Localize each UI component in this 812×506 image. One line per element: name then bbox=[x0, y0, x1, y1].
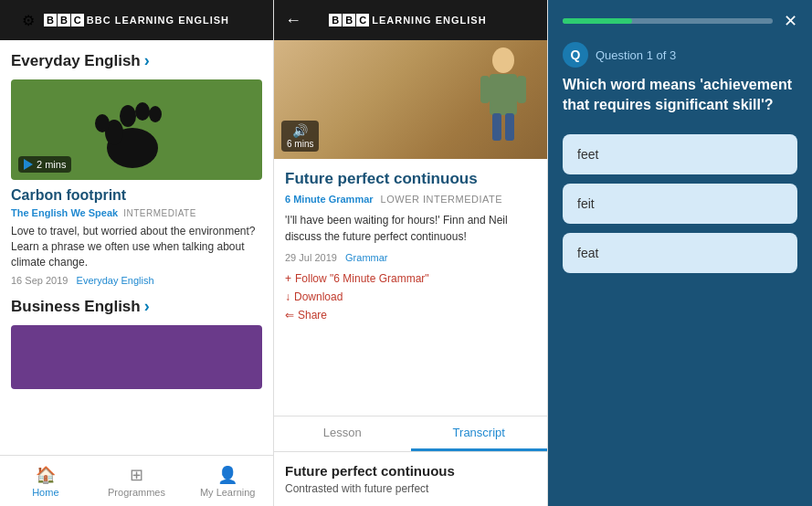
hero-person-svg bbox=[467, 42, 540, 152]
panel1-content: Everyday English › 2 mins Carbon footpri… bbox=[0, 40, 273, 455]
card1-meta: The English We Speak INTERMEDIATE bbox=[11, 207, 262, 218]
bbc-b1: B bbox=[44, 14, 57, 26]
article-hero-image: 🔊 6 mins bbox=[274, 40, 547, 159]
quiz-meta: Q Question 1 of 3 bbox=[548, 42, 812, 75]
download-button[interactable]: ↓ Download bbox=[285, 290, 536, 303]
svg-point-3 bbox=[120, 105, 136, 127]
progress-bar-fill bbox=[563, 18, 632, 24]
business-english-image bbox=[11, 325, 262, 389]
article-date: 29 Jul 2019 Grammar bbox=[285, 252, 536, 263]
transcript-title: Future perfect continuous bbox=[285, 463, 536, 479]
panel2-header: ← B B C LEARNING ENGLISH bbox=[274, 0, 547, 40]
nav-programmes[interactable]: ⊞ Programmes bbox=[91, 461, 183, 501]
share-icon: ⇐ bbox=[285, 309, 294, 322]
panel-article: ← B B C LEARNING ENGLISH 🔊 6 mins F bbox=[274, 0, 548, 506]
bbc-c: C bbox=[71, 14, 84, 26]
card1-level: INTERMEDIATE bbox=[123, 208, 196, 218]
audio-badge[interactable]: 🔊 6 mins bbox=[281, 121, 319, 152]
quiz-option-2[interactable]: feit bbox=[563, 184, 797, 224]
panel1-header: ⚙ B B C BBC LEARNING ENGLISH bbox=[0, 0, 273, 40]
nav-home-label: Home bbox=[32, 487, 58, 498]
section1-label: Everyday English bbox=[11, 52, 141, 70]
card1-description: Love to travel, but worried about the en… bbox=[11, 224, 262, 269]
svg-rect-7 bbox=[490, 74, 517, 115]
panel1-nav: 🏠 Home ⊞ Programmes 👤 My Learning bbox=[0, 455, 273, 506]
play-icon bbox=[24, 159, 33, 170]
quiz-option-3[interactable]: feat bbox=[563, 233, 797, 273]
programmes-icon: ⊞ bbox=[130, 465, 143, 485]
transcript-subtitle: Contrasted with future perfect bbox=[285, 482, 536, 495]
panel2-bbc-logo: B B C LEARNING ENGLISH bbox=[329, 14, 486, 26]
card1-date-link[interactable]: Everyday English bbox=[77, 275, 154, 286]
nav-programmes-label: Programmes bbox=[108, 487, 165, 498]
article-title: Future perfect continuous bbox=[285, 170, 536, 188]
tab-transcript[interactable]: Transcript bbox=[411, 416, 548, 451]
svg-rect-11 bbox=[505, 113, 514, 141]
svg-rect-10 bbox=[492, 113, 501, 141]
section2-chevron: › bbox=[144, 297, 150, 316]
speaker-icon: 🔊 bbox=[292, 123, 308, 138]
share-button[interactable]: ⇐ Share bbox=[285, 309, 536, 322]
quiz-question-count: Question 1 of 3 bbox=[596, 48, 676, 62]
article-level: LOWER INTERMEDIATE bbox=[381, 194, 502, 205]
my-learning-icon: 👤 bbox=[217, 465, 237, 485]
article-date-link[interactable]: Grammar bbox=[345, 252, 387, 263]
follow-button[interactable]: + Follow "6 Minute Grammar" bbox=[285, 272, 536, 285]
svg-rect-9 bbox=[517, 76, 526, 103]
bbc-logo: B B C BBC LEARNING ENGLISH bbox=[44, 14, 229, 26]
follow-icon: + bbox=[285, 272, 291, 285]
svg-point-2 bbox=[95, 114, 110, 132]
quiz-header: ✕ bbox=[548, 0, 812, 42]
section1-title[interactable]: Everyday English › bbox=[11, 51, 262, 70]
quiz-option-1[interactable]: feet bbox=[563, 134, 797, 174]
bbc-learning-label: BBC LEARNING ENGLISH bbox=[87, 15, 229, 26]
download-icon: ↓ bbox=[285, 290, 290, 303]
tab-lesson[interactable]: Lesson bbox=[274, 416, 411, 451]
transcript-section: Future perfect continuous Contrasted wit… bbox=[274, 452, 547, 506]
card1-title: Carbon footprint bbox=[11, 187, 262, 204]
panel2-bbc-label: LEARNING ENGLISH bbox=[372, 15, 486, 26]
svg-point-6 bbox=[492, 47, 514, 73]
footprint-svg bbox=[82, 89, 192, 171]
card1-meta-link[interactable]: The English We Speak bbox=[11, 207, 118, 218]
close-quiz-button[interactable]: ✕ bbox=[784, 11, 797, 31]
audio-duration: 6 mins bbox=[287, 139, 313, 149]
nav-my-learning[interactable]: 👤 My Learning bbox=[182, 461, 273, 501]
card1-date: 16 Sep 2019 Everyday English bbox=[11, 275, 262, 286]
quiz-question-text: Which word means 'achievement that requi… bbox=[548, 75, 812, 134]
section2-label: Business English bbox=[11, 298, 141, 316]
bbc-b2: B bbox=[58, 14, 70, 26]
play-badge[interactable]: 2 mins bbox=[18, 156, 71, 173]
share-label: Share bbox=[298, 309, 327, 322]
card1-image: 2 mins bbox=[11, 79, 262, 180]
panel-quiz: ✕ Q Question 1 of 3 Which word means 'ac… bbox=[548, 0, 812, 506]
home-icon: 🏠 bbox=[36, 465, 56, 485]
section2-title[interactable]: Business English › bbox=[11, 297, 262, 316]
download-label: Download bbox=[294, 290, 343, 303]
gear-icon[interactable]: ⚙ bbox=[22, 12, 35, 29]
back-arrow-icon[interactable]: ← bbox=[285, 11, 301, 30]
svg-point-5 bbox=[149, 106, 162, 122]
svg-point-4 bbox=[135, 102, 150, 121]
panel2-body: Future perfect continuous 6 Minute Gramm… bbox=[274, 159, 547, 416]
nav-my-learning-label: My Learning bbox=[200, 487, 256, 498]
tab-bar: Lesson Transcript bbox=[274, 416, 547, 452]
duration-label: 2 mins bbox=[37, 159, 66, 170]
quiz-options: feet feit feat bbox=[548, 134, 812, 506]
svg-rect-8 bbox=[480, 76, 490, 103]
panel-home: ⚙ B B C BBC LEARNING ENGLISH Everyday En… bbox=[0, 0, 274, 506]
section1-chevron: › bbox=[144, 51, 150, 70]
progress-bar-container bbox=[563, 18, 773, 24]
article-actions: + Follow "6 Minute Grammar" ↓ Download ⇐… bbox=[285, 272, 536, 322]
article-meta-link[interactable]: 6 Minute Grammar bbox=[285, 194, 374, 205]
follow-label: Follow "6 Minute Grammar" bbox=[295, 272, 429, 285]
article-meta: 6 Minute Grammar LOWER INTERMEDIATE bbox=[285, 194, 536, 205]
quiz-q-icon: Q bbox=[563, 42, 588, 68]
article-description: 'I'll have been waiting for hours!' Finn… bbox=[285, 212, 536, 245]
nav-home[interactable]: 🏠 Home bbox=[0, 461, 91, 501]
